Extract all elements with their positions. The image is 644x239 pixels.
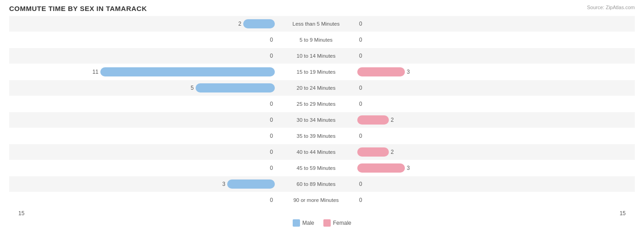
right-section: 0: [357, 51, 623, 60]
right-section: 2: [357, 115, 623, 125]
left-section: 0: [9, 99, 275, 109]
axis-min-label: 15: [18, 210, 24, 217]
left-section: 11: [9, 67, 275, 76]
table-row: 0 10 to 14 Minutes 0: [9, 48, 635, 64]
left-section: 3: [9, 179, 275, 189]
right-section: 0: [357, 83, 623, 92]
chart-title: COMMUTE TIME BY SEX IN TAMARACK: [9, 5, 635, 12]
row-label: Less than 5 Minutes: [275, 21, 357, 27]
left-section: 0: [9, 115, 275, 125]
row-label: 20 to 24 Minutes: [275, 85, 357, 91]
row-label: 15 to 19 Minutes: [275, 69, 357, 75]
row-label: 90 or more Minutes: [275, 197, 357, 203]
row-label: 25 to 29 Minutes: [275, 101, 357, 107]
row-label: 60 to 89 Minutes: [275, 181, 357, 187]
legend-female: Female: [323, 219, 351, 227]
row-label: 45 to 59 Minutes: [275, 165, 357, 171]
female-bar: [357, 147, 389, 157]
female-value: 0: [359, 85, 372, 91]
left-section: 0: [9, 51, 275, 60]
male-value: 0: [260, 165, 273, 171]
table-row: 0 35 to 39 Minutes 0: [9, 128, 635, 144]
table-row: 3 60 to 89 Minutes 0: [9, 176, 635, 192]
female-value: 3: [407, 69, 420, 75]
row-label: 10 to 14 Minutes: [275, 53, 357, 59]
left-section: 2: [9, 19, 275, 28]
male-value: 11: [86, 69, 98, 75]
male-value: 0: [260, 197, 273, 203]
female-bar: [357, 115, 389, 125]
left-section: 0: [9, 35, 275, 44]
left-section: 0: [9, 131, 275, 141]
female-value: 2: [391, 149, 404, 155]
right-section: 0: [357, 179, 623, 189]
female-value: 0: [359, 53, 372, 59]
legend: Male Female: [9, 219, 635, 227]
row-label: 30 to 34 Minutes: [275, 117, 357, 123]
male-bar: [227, 179, 275, 189]
table-row: 11 15 to 19 Minutes 3: [9, 64, 635, 80]
female-value: 0: [359, 101, 372, 107]
chart-area: 2 Less than 5 Minutes 0 0 5 to 9 Minutes…: [9, 16, 635, 208]
male-value: 2: [229, 21, 241, 27]
legend-male: Male: [293, 219, 314, 227]
row-label: 5 to 9 Minutes: [275, 37, 357, 43]
male-legend-box: [293, 219, 300, 227]
right-section: 2: [357, 147, 623, 157]
table-row: 0 30 to 34 Minutes 2: [9, 112, 635, 128]
row-label: 35 to 39 Minutes: [275, 133, 357, 139]
table-row: 0 40 to 44 Minutes 2: [9, 144, 635, 160]
female-value: 2: [391, 117, 404, 123]
male-value: 5: [181, 85, 194, 91]
right-section: 3: [357, 163, 623, 173]
right-section: 0: [357, 99, 623, 109]
table-row: 5 20 to 24 Minutes 0: [9, 80, 635, 96]
male-bar: [100, 67, 275, 76]
female-value: 3: [407, 165, 420, 171]
female-value: 0: [359, 197, 372, 203]
female-value: 0: [359, 181, 372, 187]
axis-max-label: 15: [620, 210, 626, 217]
row-label: 40 to 44 Minutes: [275, 149, 357, 155]
left-section: 0: [9, 147, 275, 157]
table-row: 0 5 to 9 Minutes 0: [9, 32, 635, 48]
male-value: 0: [260, 149, 273, 155]
male-value: 0: [260, 133, 273, 139]
left-section: 0: [9, 196, 275, 205]
male-bar: [243, 19, 275, 28]
chart-container: COMMUTE TIME BY SEX IN TAMARACK Source: …: [0, 0, 644, 239]
left-section: 5: [9, 83, 275, 92]
right-section: 0: [357, 131, 623, 141]
female-bar: [357, 67, 405, 76]
male-bar: [196, 83, 275, 92]
table-row: 0 25 to 29 Minutes 0: [9, 96, 635, 112]
male-value: 3: [213, 181, 225, 187]
right-section: 0: [357, 196, 623, 205]
female-bar: [357, 163, 405, 173]
right-section: 0: [357, 35, 623, 44]
right-section: 3: [357, 67, 623, 76]
male-value: 0: [260, 117, 273, 123]
male-value: 0: [260, 101, 273, 107]
male-value: 0: [260, 53, 273, 59]
male-value: 0: [260, 37, 273, 43]
male-legend-label: Male: [302, 220, 314, 226]
source-label: Source: ZipAtlas.com: [587, 5, 635, 10]
axis-labels: 15 15: [9, 210, 635, 217]
table-row: 2 Less than 5 Minutes 0: [9, 16, 635, 32]
female-legend-label: Female: [333, 220, 351, 226]
right-section: 0: [357, 19, 623, 28]
female-value: 0: [359, 21, 372, 27]
table-row: 0 45 to 59 Minutes 3: [9, 160, 635, 176]
table-row: 0 90 or more Minutes 0: [9, 192, 635, 208]
female-value: 0: [359, 133, 372, 139]
female-legend-box: [323, 219, 331, 227]
left-section: 0: [9, 163, 275, 173]
female-value: 0: [359, 37, 372, 43]
